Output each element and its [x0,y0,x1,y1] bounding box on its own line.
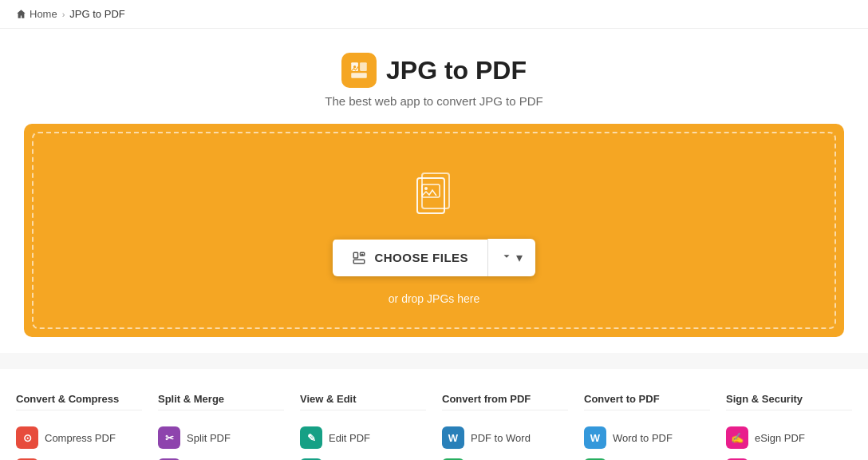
choose-files-label: CHOOSE FILES [374,251,468,264]
tools-column-title-3: Convert from PDF [442,393,568,410]
tools-column-4: Convert to PDFWWord to PDFXExcel to PDF [584,393,710,460]
svg-rect-8 [354,252,358,258]
tool-label-4-0: Word to PDF [613,432,673,444]
drop-hint-text: or drop JPGs here [389,292,479,305]
tool-label-2-0: Edit PDF [329,432,370,444]
tool-item-1-1[interactable]: ⊞Merge PDF [158,454,284,460]
svg-point-3 [353,65,356,68]
chevron-down-icon [501,251,512,262]
breadcrumb-home-link[interactable]: Home [16,8,57,20]
tool-item-5-0[interactable]: ✍eSign PDF [726,422,852,454]
tool-item-2-0[interactable]: ✎Edit PDF [300,422,426,454]
tool-label-1-0: Split PDF [187,432,231,444]
tool-label-0-0: Compress PDF [45,432,116,444]
tool-item-0-0[interactable]: ⊙Compress PDF [16,422,142,454]
tool-item-3-0[interactable]: WPDF to Word [442,422,568,454]
svg-rect-2 [351,73,367,78]
logo-icon [349,60,369,81]
tool-item-4-1[interactable]: XExcel to PDF [584,454,710,460]
tool-icon-5-0: ✍ [726,426,748,449]
upload-files-icon [406,164,462,220]
svg-rect-10 [354,260,365,264]
drop-zone[interactable]: CHOOSE FILES ▾ or drop JPGs here [24,124,844,337]
tools-column-title-0: Convert & Compress [16,393,142,410]
file-upload-icon [406,164,462,223]
tool-icon-1-0: ✂ [158,426,180,449]
breadcrumb-home-label: Home [30,8,57,20]
tools-column-title-1: Split & Merge [158,393,284,410]
upload-icon [352,251,366,265]
tool-item-3-1[interactable]: XPDF to Excel [442,454,568,460]
tool-item-4-0[interactable]: WWord to PDF [584,422,710,454]
choose-files-button[interactable]: CHOOSE FILES [333,240,487,276]
tool-item-2-1[interactable]: 📄PDF Reader [300,454,426,460]
choose-files-dropdown[interactable]: ▾ [487,239,535,276]
tools-column-3: Convert from PDFWPDF to WordXPDF to Exce… [442,393,568,460]
svg-rect-6 [422,184,440,197]
tools-column-1: Split & Merge✂Split PDF⊞Merge PDF [158,393,284,460]
svg-point-11 [362,254,364,256]
tools-grid: Convert & Compress⊙Compress PDF⇄PDF Conv… [16,393,852,460]
tool-icon-2-0: ✎ [300,426,322,449]
breadcrumb: Home › JPG to PDF [0,0,868,29]
tool-label-3-0: PDF to Word [471,432,531,444]
tool-icon-4-0: W [584,426,606,449]
breadcrumb-current: JPG to PDF [69,8,124,20]
home-icon [16,9,26,19]
tool-label-5-0: eSign PDF [755,432,805,444]
tool-icon-0-0: ⊙ [16,426,38,449]
choose-files-wrapper: CHOOSE FILES ▾ [333,239,535,276]
tools-section: Convert & Compress⊙Compress PDF⇄PDF Conv… [0,369,868,460]
tool-item-0-1[interactable]: ⇄PDF Converter [16,454,142,460]
tools-column-0: Convert & Compress⊙Compress PDF⇄PDF Conv… [16,393,142,460]
breadcrumb-separator: › [62,10,65,19]
hero-subtitle: The best web app to convert JPG to PDF [16,94,852,108]
tools-column-title-4: Convert to PDF [584,393,710,410]
tools-column-5: Sign & Security✍eSign PDF🔓Unlock PDF [726,393,852,460]
tool-item-1-0[interactable]: ✂Split PDF [158,422,284,454]
hero-section: JPG to PDF The best web app to convert J… [0,29,868,353]
app-logo [341,53,377,88]
svg-rect-1 [360,62,367,71]
hero-title-wrapper: JPG to PDF [16,53,852,88]
tools-column-title-5: Sign & Security [726,393,852,410]
page-title: JPG to PDF [386,56,527,85]
tools-column-title-2: View & Edit [300,393,426,410]
tool-item-5-1[interactable]: 🔓Unlock PDF [726,454,852,460]
tools-column-2: View & Edit✎Edit PDF📄PDF Reader [300,393,426,460]
tool-icon-3-0: W [442,426,464,449]
svg-point-7 [424,187,428,190]
